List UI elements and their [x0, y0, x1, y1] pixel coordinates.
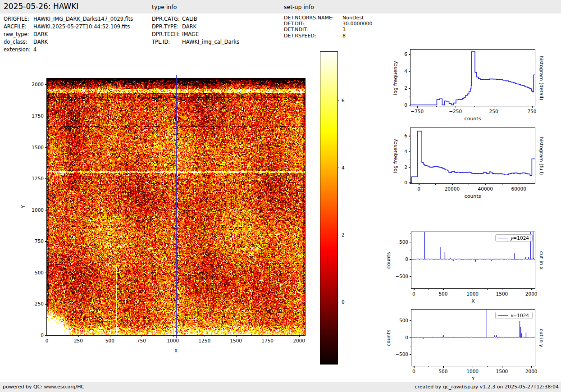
x-axis-label: counts: [465, 116, 481, 122]
x-minor-tick-mark: [436, 106, 437, 107]
x-axis-label: counts: [465, 193, 481, 199]
y-tick-label: 0: [405, 335, 408, 340]
metadata-row: raw_type:DARK: [4, 31, 133, 38]
metadata-row: ORIGFILE:HAWKI_IMG_DARK_Darks147_0029.fi…: [4, 15, 133, 23]
header-bar: 2025-05-26: HAWKI type info set-up info: [0, 0, 561, 14]
metadata-value: 3: [342, 27, 346, 32]
x-tick-label: 2000: [525, 291, 538, 296]
x-tick-label: 0: [412, 369, 415, 374]
x-tick-mark: [110, 335, 110, 337]
cut-in-y-plot: 0500100015002000−5000500Ycountscut in yx…: [411, 309, 535, 366]
x-tick-label: 250: [489, 109, 498, 114]
x-tick-mark: [414, 288, 414, 290]
x-tick-mark: [236, 335, 237, 337]
metadata-row: DET.RSPEED:8: [284, 33, 372, 39]
y-tick-label: 500: [35, 270, 44, 275]
histogram-canvas: [410, 50, 535, 106]
x-tick-mark: [473, 288, 473, 290]
histogram-canvas: [410, 128, 535, 183]
legend: x=1024: [495, 312, 533, 319]
x-tick-mark: [414, 366, 414, 368]
x-tick-label: 750: [137, 338, 146, 343]
right-axis-label: cut in y: [538, 328, 544, 347]
x-tick-label: 500: [105, 338, 114, 343]
x-minor-tick-mark: [487, 288, 488, 290]
page-title: 2025-05-26: HAWKI: [4, 2, 78, 11]
main-image-plot: 0250500750100012501500175020000250500750…: [46, 78, 306, 336]
x-tick-label: 250: [74, 338, 83, 343]
x-minor-tick-mark: [487, 366, 488, 367]
x-tick-mark: [502, 288, 502, 290]
cut-line-y1024: [44, 207, 308, 207]
colorbar-tick-label: 0: [342, 299, 345, 305]
x-minor-tick-mark: [429, 288, 429, 290]
x-tick-label: 2000: [293, 338, 305, 343]
metadata-label: TPL.ID:: [152, 38, 182, 46]
colorbar-tick-mark: [338, 235, 339, 235]
x-tick-mark: [417, 106, 418, 108]
metadata-label: extension:: [4, 46, 33, 54]
metadata-label: DET.DIT:: [284, 21, 342, 27]
metadata-label: DET.RSPEED:: [284, 33, 342, 39]
metadata-row: DPR.TECH:IMAGE: [152, 31, 239, 38]
colorbar-tick-label: 4: [342, 165, 345, 170]
x-tick-label: 750: [528, 109, 537, 114]
y-tick-label: 1500: [32, 145, 44, 150]
x-tick-mark: [443, 366, 443, 368]
x-minor-tick-mark: [513, 106, 513, 107]
x-tick-label: 20000: [445, 186, 460, 191]
x-minor-tick-mark: [474, 106, 475, 107]
x-axis-label: X: [471, 298, 475, 304]
x-tick-label: 1500: [496, 291, 508, 296]
y-tick-label: 0: [41, 333, 44, 338]
metadata-row: DET.DIT:30.0000000: [284, 21, 372, 27]
x-minor-tick-mark: [458, 366, 458, 367]
x-tick-mark: [473, 366, 473, 368]
y-tick-label: 6: [404, 51, 407, 57]
x-tick-label: 1000: [167, 338, 179, 343]
metadata-row: TPL.ID:HAWKI_img_cal_Darks: [152, 38, 239, 46]
x-tick-mark: [519, 183, 519, 185]
x-minor-tick-mark: [517, 366, 517, 367]
x-axis-label: X: [174, 348, 178, 354]
type-info-block: DPR.CATG:CALIBDPR.TYPE:DARKDPR.TECH:IMAG…: [152, 15, 239, 46]
y-tick-label: 4: [404, 149, 407, 154]
metadata-value: 4: [33, 46, 36, 54]
metadata-label: DPR.TYPE:: [152, 23, 182, 31]
footer-created-by: created by qc_rawdisp.py v1.2.3 on 2025-…: [415, 384, 559, 390]
x-minor-tick-mark: [517, 288, 517, 290]
y-tick-label: −500: [395, 273, 408, 279]
metadata-value: DARK: [33, 31, 48, 38]
file-info-block: ORIGFILE:HAWKI_IMG_DARK_Darks147_0029.fi…: [4, 15, 133, 54]
metadata-label: DET.NDIT:: [284, 27, 342, 32]
x-tick-label: −750: [410, 109, 424, 114]
x-tick-label: 1500: [230, 338, 242, 343]
metadata-value: DARK: [182, 23, 196, 31]
metadata-row: extension:4: [4, 46, 133, 54]
x-minor-tick-mark: [435, 183, 436, 185]
y-tick-label: 1750: [32, 113, 44, 119]
type-info-heading: type info: [152, 4, 177, 10]
colorbar-tick-mark: [338, 302, 339, 302]
metadata-label: DPR.TECH:: [152, 31, 182, 38]
x-tick-label: 0: [46, 338, 49, 343]
histogram-full-plot: 02000040000600000246countslog frequencyh…: [410, 128, 535, 184]
y-axis-label: log frequency: [392, 139, 398, 173]
x-tick-label: 1250: [198, 338, 210, 343]
x-tick-mark: [494, 106, 494, 108]
legend-label: x=1024: [510, 313, 529, 318]
legend-line-sample: [498, 238, 508, 238]
y-tick-label: 1000: [32, 207, 44, 213]
metadata-label: raw_type:: [4, 31, 33, 38]
colorbar-tick-mark: [338, 100, 339, 101]
metadata-value: 8: [342, 33, 346, 39]
x-axis-label: Y: [472, 376, 475, 382]
x-tick-mark: [205, 335, 205, 337]
x-minor-tick-mark: [429, 366, 429, 367]
x-tick-mark: [531, 366, 532, 368]
x-tick-mark: [141, 335, 142, 337]
x-tick-label: 1500: [496, 369, 508, 374]
x-tick-label: 1000: [466, 291, 479, 296]
metadata-value: HAWKI_IMG_DARK_Darks147_0029.fits: [33, 15, 133, 23]
y-tick-label: 4: [404, 68, 407, 74]
